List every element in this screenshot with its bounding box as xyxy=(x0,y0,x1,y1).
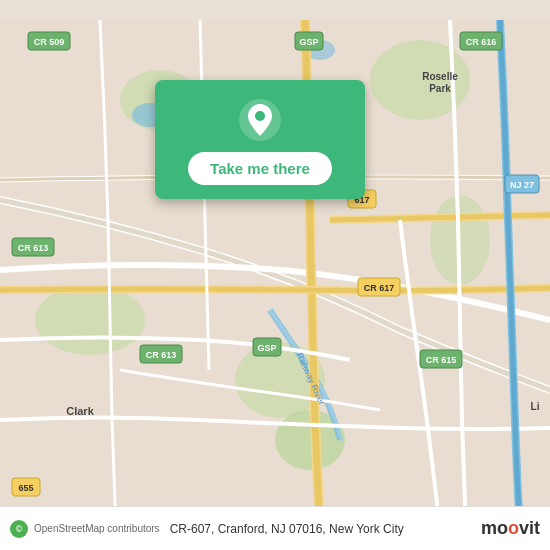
bottom-bar-left: © OpenStreetMap contributors CR-607, Cra… xyxy=(10,520,404,538)
take-me-there-button[interactable]: Take me there xyxy=(188,152,332,185)
svg-text:CR 615: CR 615 xyxy=(426,355,457,365)
svg-text:CR 617: CR 617 xyxy=(364,283,395,293)
svg-text:Clark: Clark xyxy=(66,405,94,417)
svg-point-37 xyxy=(255,111,265,121)
map-pin-icon xyxy=(238,98,282,142)
svg-point-1 xyxy=(35,285,145,355)
moovit-logo: moovit xyxy=(481,518,540,539)
osm-logo: © xyxy=(10,520,28,538)
svg-text:NJ 27: NJ 27 xyxy=(510,180,534,190)
svg-text:CR 616: CR 616 xyxy=(466,37,497,47)
bottom-bar: © OpenStreetMap contributors CR-607, Cra… xyxy=(0,506,550,550)
svg-text:CR 509: CR 509 xyxy=(34,37,65,47)
svg-text:GSP: GSP xyxy=(299,37,318,47)
osm-attribution: OpenStreetMap contributors xyxy=(34,523,160,534)
location-card: Take me there xyxy=(155,80,365,199)
address-text: CR-607, Cranford, NJ 07016, New York Cit… xyxy=(170,522,404,536)
map-container: CR 509 GSP CR 616 Roselle Park 617 NJ 27… xyxy=(0,0,550,550)
svg-text:CR 613: CR 613 xyxy=(18,243,49,253)
svg-text:GSP: GSP xyxy=(257,343,276,353)
svg-text:Li: Li xyxy=(531,401,540,412)
svg-text:CR 613: CR 613 xyxy=(146,350,177,360)
svg-text:Roselle: Roselle xyxy=(422,71,458,82)
svg-text:655: 655 xyxy=(18,483,33,493)
svg-text:Park: Park xyxy=(429,83,451,94)
